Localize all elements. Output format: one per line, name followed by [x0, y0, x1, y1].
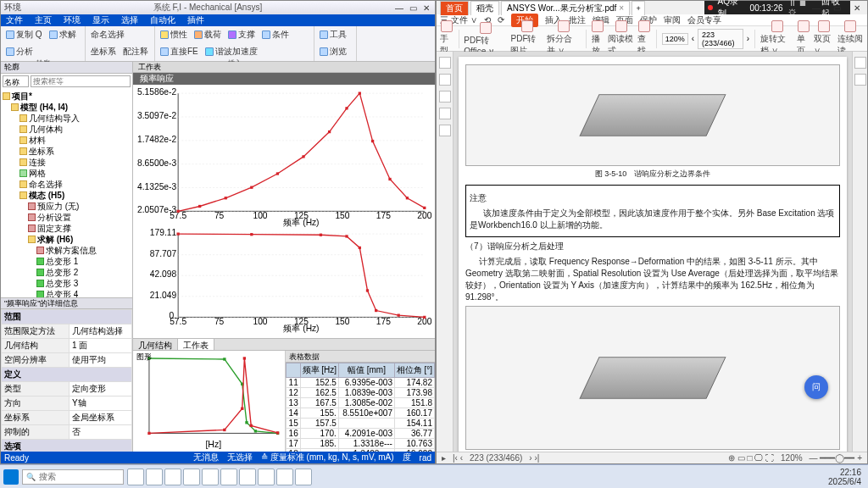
bookmark-icon[interactable] — [439, 57, 451, 69]
details-grid[interactable]: 范围范围限定方法几何结构选择几何结构1 面空间分辨率使用平均定义类型定向变形方向… — [1, 309, 132, 452]
rib-support[interactable]: 支撑 — [226, 28, 257, 42]
tree-node[interactable]: 几何体构 — [3, 124, 131, 135]
tree-node[interactable]: 总变形 1 — [3, 256, 131, 267]
status-page[interactable]: 223 (233/466) — [470, 453, 522, 463]
rib-inertia[interactable]: 惯性 — [159, 28, 189, 42]
rib-namedsel[interactable]: 命名选择 — [89, 28, 126, 42]
start-button[interactable] — [3, 469, 19, 485]
taskbar-app[interactable] — [220, 469, 237, 485]
svg-rect-24 — [276, 172, 279, 175]
rib-cond[interactable]: 条件 — [260, 28, 291, 42]
tab-geometry[interactable]: 几何结构 — [133, 339, 178, 350]
taskbar-app[interactable] — [127, 469, 144, 485]
taskbar-app[interactable] — [295, 469, 312, 485]
thumbnail-icon[interactable] — [439, 91, 451, 103]
svg-text:频率 (Hz): 频率 (Hz) — [283, 324, 319, 333]
rib-annot[interactable]: 配注释 — [121, 45, 150, 58]
taskbar-search[interactable]: 🔍 搜索 — [22, 469, 124, 485]
wps-tab-home[interactable]: 首页 — [440, 1, 469, 15]
outline-tree[interactable]: 项目*模型 (H4, I4)几何结构导入几何体构材料坐标系连接网格命名选择模态 … — [1, 89, 132, 297]
menu-file[interactable]: 文件 — [6, 14, 23, 26]
tree-node[interactable]: 求解 (H6) — [3, 234, 131, 245]
tree-node[interactable]: 求解方案信息 — [3, 245, 131, 256]
tree-node[interactable]: 坐标系 — [3, 146, 131, 157]
ansys-titlebar: 环境 系统 F,I - Mechanical [Ansys] — ▭ ✕ — [1, 1, 435, 14]
wps-tab-review[interactable]: 审阅 — [664, 14, 681, 26]
menu-env[interactable]: 环境 — [64, 14, 81, 26]
tree-node[interactable]: 预应力 (无) — [3, 201, 131, 212]
menu-display[interactable]: 显示 — [92, 14, 109, 26]
wps-tab-add[interactable]: + — [632, 1, 645, 15]
rside-icon[interactable] — [854, 57, 866, 69]
taskbar-app[interactable] — [258, 469, 275, 485]
status-zoom[interactable]: 120% — [781, 453, 803, 463]
wps-minimize[interactable]: — — [806, 1, 826, 14]
ansys-context-label: 环境 — [4, 2, 21, 14]
taskbar-app[interactable] — [239, 469, 256, 485]
tab-worksheet[interactable]: 工作表 — [178, 339, 214, 350]
svg-text:150: 150 — [335, 211, 349, 220]
tree-node[interactable]: 总变形 4 — [3, 289, 131, 297]
attachment-icon[interactable] — [439, 108, 451, 119]
taskbar-app[interactable] — [202, 469, 219, 485]
svg-rect-55 — [359, 247, 361, 249]
system-tray[interactable]: 22:162025/6/4 — [828, 468, 865, 486]
svg-rect-59 — [423, 316, 426, 319]
windows-taskbar: 🔍 搜索 22:162025/6/4 — [0, 464, 868, 488]
wps-tab-vip[interactable]: 会员专享 — [687, 14, 721, 26]
tb-pdf2office[interactable]: PDF转Office ∨ — [464, 22, 507, 56]
close-button[interactable]: ✕ — [421, 3, 431, 13]
tree-node[interactable]: 总变形 3 — [3, 278, 131, 289]
rib-coordsys[interactable]: 坐标系 — [89, 45, 118, 58]
close-icon[interactable]: × — [619, 3, 624, 13]
rib-directfe[interactable]: 直接FE — [159, 45, 200, 58]
menu-addin[interactable]: 插件 — [187, 14, 204, 26]
menu-home[interactable]: 主页 — [35, 14, 52, 26]
menu-auto[interactable]: 自动化 — [150, 14, 175, 26]
zoom-level[interactable]: 120% — [662, 33, 688, 45]
rib-analyze[interactable]: 分析 — [4, 45, 35, 58]
taskbar-app[interactable] — [276, 469, 293, 485]
rib-harmacc[interactable]: 谐波加速度 — [203, 45, 259, 58]
wps-tab-pdf[interactable]: ANSYS Wor...果元分析宝.pdf× — [501, 1, 630, 15]
taskbar-app[interactable] — [146, 469, 163, 485]
worksheet-tab[interactable]: 工作表 — [133, 62, 435, 73]
tree-node[interactable]: 固定支撑 — [3, 223, 131, 234]
tree-node[interactable]: 分析设置 — [3, 212, 131, 223]
wps-close[interactable]: ✕ — [847, 1, 867, 14]
status-expand-icon[interactable]: ▸ — [442, 453, 446, 463]
filter-kind[interactable]: 名称 — [3, 75, 29, 87]
ai-assistant-fab[interactable]: 问 — [804, 375, 828, 399]
maximize-button[interactable]: ▭ — [408, 3, 418, 13]
tree-node[interactable]: 项目* — [3, 91, 131, 102]
tree-node[interactable]: 命名选择 — [3, 179, 131, 190]
rib-solve[interactable]: 求解 — [47, 28, 78, 42]
rib-tools[interactable]: 工具 — [318, 28, 348, 42]
taskbar-app[interactable] — [164, 469, 181, 485]
tree-node[interactable]: 模态 (H5) — [3, 190, 131, 201]
tree-node[interactable]: 几何结构导入 — [3, 113, 131, 124]
minimize-button[interactable]: — — [394, 3, 404, 13]
outline-icon[interactable] — [439, 74, 451, 86]
taskbar-app[interactable] — [183, 469, 200, 485]
outline-search[interactable] — [31, 75, 131, 87]
wps-page-view[interactable]: 图 3-5-10 谐响应分析之边界条件 注意 该加速度条件由于定义为全部模型，因… — [453, 52, 852, 452]
wps-tab-dao[interactable]: 稻壳 — [470, 1, 499, 15]
ansys-left-panel: 轮廓 名称 项目*模型 (H4, I4)几何结构导入几何体构材料坐标系连接网格命… — [1, 62, 133, 452]
signature-icon[interactable] — [439, 125, 451, 136]
page-indicator[interactable]: 223 (233/466) — [698, 29, 743, 49]
rside-icon[interactable] — [854, 74, 866, 86]
rib-browse[interactable]: 浏览 — [318, 45, 348, 58]
tree-node[interactable]: 总变形 2 — [3, 267, 131, 278]
wps-maximize[interactable]: ▭ — [826, 1, 847, 14]
tree-node[interactable]: 材料 — [3, 135, 131, 146]
tree-node[interactable]: 模型 (H4, I4) — [3, 102, 131, 113]
tree-node[interactable]: 连接 — [3, 157, 131, 168]
rib-load[interactable]: 载荷 — [192, 28, 223, 42]
ansys-ribbon: 复制 Q 求解 分析 轮廓 命名选择 坐标系 配注释 远程点 惯性 载荷 — [1, 26, 435, 62]
menu-select[interactable]: 选择 — [121, 14, 138, 26]
tree-node[interactable]: 网格 — [3, 168, 131, 179]
result-table[interactable]: 频率 [Hz]幅值 [mm]相位角 [°]11152.56.9395e-0031… — [286, 363, 435, 452]
ansys-menubar: 文件 主页 环境 显示 选择 自动化 插件 — [1, 14, 435, 26]
rib-copy[interactable]: 复制 Q — [4, 28, 44, 42]
